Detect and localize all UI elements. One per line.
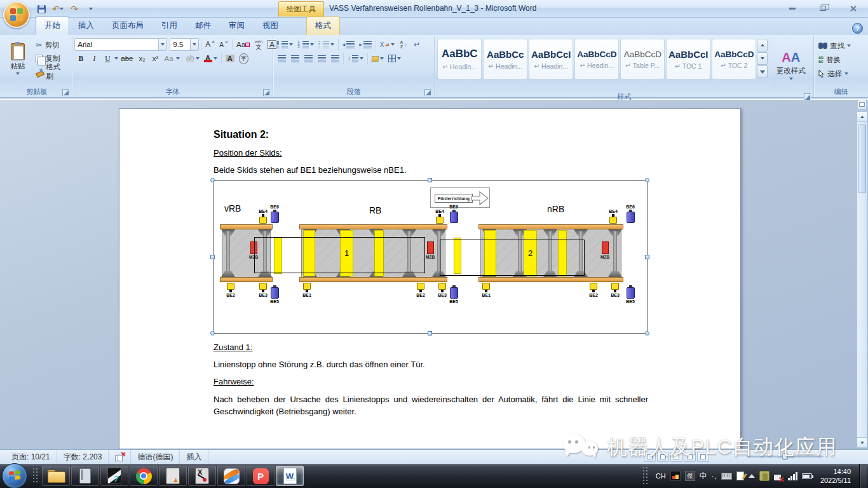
cut-button[interactable]: ✂剪切 xyxy=(33,39,70,51)
numbering-button[interactable]: 123 xyxy=(295,38,315,51)
battery-icon[interactable] xyxy=(802,473,812,479)
show-marks-button[interactable]: ↵ xyxy=(410,38,423,51)
styles-scroll-up-button[interactable] xyxy=(757,39,768,51)
tab-references[interactable]: 引用 xyxy=(153,17,186,35)
zoom-slider[interactable] xyxy=(747,456,824,458)
selection-handle-bottom-left[interactable] xyxy=(210,331,215,336)
select-button[interactable]: 选择 xyxy=(816,68,853,79)
tab-view[interactable]: 视图 xyxy=(254,17,287,35)
sort-button[interactable]: AZ↓ xyxy=(397,38,410,51)
tab-insert[interactable]: 插入 xyxy=(69,17,103,35)
taskbar-word-button[interactable]: W xyxy=(276,466,304,486)
undo-button[interactable]: ↶ xyxy=(51,3,64,15)
scroll-up-button[interactable] xyxy=(857,112,867,122)
underline-dropdown-icon[interactable] xyxy=(114,57,118,60)
word-count[interactable]: 字数: 2,203 xyxy=(57,450,109,464)
outline-view-button[interactable] xyxy=(684,452,696,462)
tray-hand-icon[interactable] xyxy=(759,471,770,481)
multilevel-list-button[interactable] xyxy=(316,38,336,51)
grow-font-button[interactable]: A˄ xyxy=(203,38,217,51)
document-page[interactable]: Situation 2: Position der Skids: Beide S… xyxy=(119,108,741,449)
taskbar-calculator-button[interactable] xyxy=(71,466,99,486)
ime-pen-icon[interactable] xyxy=(736,471,744,480)
style-card-heading1[interactable]: AaBbC↵ Headin... xyxy=(437,39,482,79)
language-indicator[interactable]: 德语(德国) xyxy=(131,450,180,464)
highlight-button[interactable]: ab xyxy=(184,52,201,65)
ime-chinese-mode[interactable]: 中 xyxy=(700,471,707,482)
tab-review[interactable]: 审阅 xyxy=(220,17,254,35)
styles-more-button[interactable] xyxy=(757,65,768,78)
selection-handle-top-right[interactable] xyxy=(645,178,649,182)
find-button[interactable]: 查找 xyxy=(816,40,853,51)
format-painter-button[interactable]: 格式刷 xyxy=(33,66,70,78)
subscript-button[interactable]: x₂ xyxy=(135,52,148,65)
line-spacing-button[interactable]: ↕ xyxy=(346,52,365,65)
style-card-table-paragraph[interactable]: AaBbCcD↵ Table P... xyxy=(620,39,665,79)
proofing-status[interactable] xyxy=(109,450,131,464)
selection-handle-middle-right[interactable] xyxy=(645,255,649,259)
qat-customize-button[interactable] xyxy=(85,3,97,15)
change-case-button[interactable]: Aa xyxy=(162,52,175,65)
selection-handle-bottom-middle[interactable] xyxy=(428,331,432,336)
draft-view-button[interactable] xyxy=(697,452,709,462)
justify-button[interactable] xyxy=(315,52,328,65)
close-button[interactable] xyxy=(845,3,862,14)
paste-button[interactable]: 粘贴 xyxy=(3,37,32,81)
taskbar-plc-editor-button[interactable] xyxy=(159,466,187,486)
bullets-button[interactable] xyxy=(275,38,295,51)
phonetic-guide-button[interactable]: wén文 xyxy=(252,38,265,51)
character-shading-button[interactable]: A xyxy=(224,52,236,65)
font-dialog-launcher[interactable] xyxy=(263,89,270,96)
tab-home[interactable]: 开始 xyxy=(36,17,69,35)
zoom-slider-thumb[interactable] xyxy=(782,453,788,460)
shrink-font-button[interactable]: A˅ xyxy=(217,38,230,51)
tab-page-layout[interactable]: 页面布局 xyxy=(103,17,153,35)
taskbar-graph-tool-button[interactable]: X xyxy=(188,466,216,486)
font-color-button[interactable]: A xyxy=(202,52,219,65)
save-button[interactable] xyxy=(35,3,48,15)
taskbar-chrome-button[interactable] xyxy=(130,466,158,486)
borders-button[interactable] xyxy=(386,52,403,65)
ime-keyboard-icon[interactable] xyxy=(721,473,732,480)
scrollbar-thumb[interactable] xyxy=(858,125,866,193)
ruler-toggle-button[interactable] xyxy=(857,100,867,109)
increase-indent-button[interactable]: ▸ xyxy=(357,38,374,51)
underline-button[interactable]: U xyxy=(101,52,114,65)
style-card-heading4[interactable]: AaBbCcD↵ Headin... xyxy=(574,39,619,79)
tray-clock[interactable]: 14:40 2022/5/11 xyxy=(817,467,855,485)
selection-handle-bottom-right[interactable] xyxy=(645,331,649,336)
change-styles-button[interactable]: AA 更改样式 xyxy=(770,37,811,92)
bold-button[interactable]: B xyxy=(74,52,87,65)
web-layout-view-button[interactable] xyxy=(670,452,682,462)
network-status-icon[interactable] xyxy=(774,472,783,480)
ime-mspy-icon[interactable] xyxy=(670,471,681,481)
clear-formatting-button[interactable]: Aa xyxy=(234,38,252,51)
style-card-heading3[interactable]: AaBbCcI↵ Headin... xyxy=(529,39,573,79)
help-button[interactable]: ? xyxy=(852,23,863,34)
align-left-button[interactable] xyxy=(275,52,288,65)
insert-mode-indicator[interactable]: 插入 xyxy=(180,450,208,464)
clipboard-dialog-launcher[interactable] xyxy=(62,89,69,96)
align-center-button[interactable] xyxy=(288,52,301,65)
shading-button[interactable] xyxy=(370,52,386,65)
superscript-button[interactable]: x² xyxy=(149,52,161,65)
enclose-characters-button[interactable]: 字 xyxy=(237,52,250,65)
restore-button[interactable] xyxy=(815,3,831,14)
taskbar-explorer-button[interactable] xyxy=(42,466,70,486)
ime-punctuation-mode[interactable]: ·, xyxy=(712,472,717,480)
distribute-button[interactable] xyxy=(329,52,341,65)
selection-handle-top-left[interactable] xyxy=(210,178,215,182)
decrease-indent-button[interactable]: ◂ xyxy=(341,38,357,51)
selection-handle-top-middle[interactable] xyxy=(428,178,432,182)
hidden-icons-arrow[interactable] xyxy=(749,474,755,478)
taskbar-app-p-button[interactable]: P xyxy=(247,466,275,486)
italic-button[interactable]: I xyxy=(88,52,100,65)
style-card-toc2[interactable]: AaBbCcD↵ TOC 2 xyxy=(712,39,756,79)
ime-style-icon[interactable]: 傑 xyxy=(685,471,695,481)
conveyor-diagram[interactable]: Förderrichtung vRB RB nRB MZB xyxy=(213,180,648,334)
scroll-down-button[interactable] xyxy=(857,437,867,447)
tab-mailings[interactable]: 邮件 xyxy=(186,17,220,35)
show-desktop-button[interactable] xyxy=(859,464,867,488)
font-name-combo[interactable]: Arial xyxy=(74,38,167,51)
taskbar-app-swoosh-button[interactable] xyxy=(217,466,245,486)
